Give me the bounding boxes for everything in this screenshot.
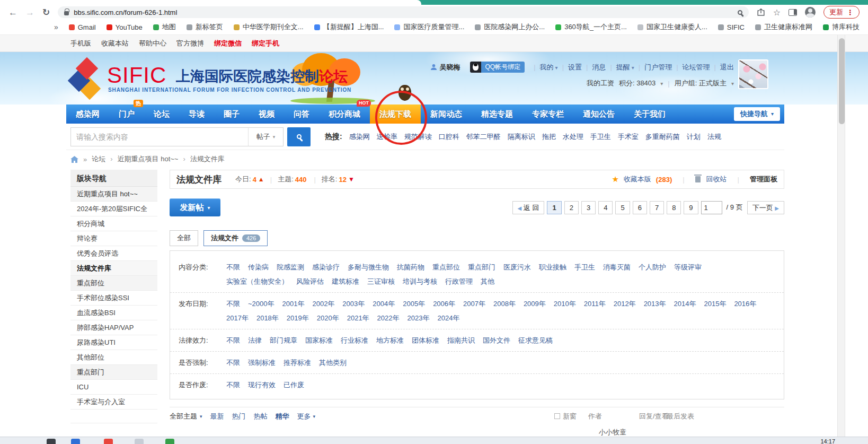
user-menu-item[interactable]: 退出▾ (710, 63, 734, 72)
sidebar-item[interactable]: 积分商城 (70, 216, 157, 231)
nav-item[interactable]: 专家专栏 (522, 105, 573, 124)
search-button[interactable] (287, 127, 311, 146)
search-type-select[interactable]: 帖子▾ (248, 128, 283, 146)
filter-option[interactable]: 部门规章 (270, 333, 297, 347)
filter-option[interactable]: 2007年 (463, 297, 485, 311)
hot-search-term[interactable]: 手卫生 (590, 132, 611, 142)
filter-tab[interactable]: 法规文件426 (203, 230, 268, 246)
bookmark-item[interactable]: Gmail (69, 23, 96, 31)
sort-link[interactable]: 热帖 (254, 412, 268, 421)
filter-option[interactable]: 重点部门 (468, 260, 495, 274)
sidebar-item[interactable]: 肺部感染HAP/VAP (70, 320, 157, 335)
bookmark-label[interactable]: 国家医疗质量管理... (403, 22, 464, 32)
more-dropdown[interactable]: 更多▾ (297, 412, 316, 421)
filter-option[interactable]: 等级评审 (674, 260, 702, 274)
filter-option[interactable]: 2002年 (312, 297, 334, 311)
back-button[interactable]: ◀ 返 回 (512, 201, 545, 214)
filter-option[interactable]: 不限 (226, 297, 240, 311)
sidebar-item[interactable]: 2024年-第20届SIFIC全 (70, 202, 157, 216)
breadcrumb-item[interactable]: 近期重点项目 hot~~ (105, 154, 178, 164)
filter-option[interactable]: 2006年 (433, 297, 455, 311)
filter-option[interactable]: 个人防护 (639, 260, 666, 274)
sidebar-item[interactable]: 血流感染BSI (70, 306, 157, 320)
sidebar-item[interactable]: 近期重点项目 hot~~ (70, 187, 157, 202)
filter-option[interactable]: 风险评估 (296, 274, 324, 289)
utility-link[interactable]: 收藏本站 (101, 39, 129, 48)
filter-option[interactable]: 地方标准 (376, 333, 404, 347)
filter-option[interactable]: 其他类别 (319, 355, 347, 370)
filter-option[interactable]: 2020年 (317, 311, 339, 325)
nav-item[interactable]: 论坛 (144, 105, 179, 124)
bookmark-label[interactable]: 中华医学期刊全文... (243, 22, 304, 32)
filter-option[interactable]: 传染病 (248, 260, 269, 274)
user-menu-item[interactable]: 消息▾ (582, 63, 606, 72)
avatar[interactable] (738, 59, 768, 89)
hot-search-term[interactable]: 邻苯二甲醛 (466, 132, 501, 142)
filter-option[interactable]: 2021年 (347, 311, 369, 325)
taskbar-icon[interactable] (135, 439, 144, 444)
page-number[interactable]: 8 (667, 201, 681, 214)
checkbox-icon[interactable] (554, 413, 560, 419)
bookmark-item[interactable]: 卫生健康标准网 (755, 22, 812, 32)
page-number[interactable]: 5 (615, 201, 630, 214)
sidebar-item[interactable]: 重点部位 (70, 276, 157, 291)
user-group[interactable]: 用户组: 正式版主 (675, 79, 727, 88)
page-number[interactable]: 6 (633, 201, 647, 214)
bookmark-item[interactable]: 360导航_一个主页... (555, 22, 627, 32)
sort-link[interactable]: 最新 (210, 412, 224, 421)
hot-search-term[interactable]: 计划 (687, 132, 701, 142)
filter-option[interactable]: 2022年 (377, 311, 400, 325)
bookmark-star-icon[interactable]: ☆ (773, 7, 781, 18)
page-number[interactable]: 4 (598, 201, 613, 214)
hot-search-term[interactable]: 多重耐药菌 (645, 132, 680, 142)
browser-active-tab[interactable] (0, 0, 421, 5)
filter-option[interactable]: 已作废 (284, 378, 304, 392)
sidebar-item[interactable]: 其他部位 (70, 350, 157, 365)
filter-option[interactable]: 2001年 (282, 297, 305, 311)
filter-option[interactable]: 2024年 (437, 311, 459, 325)
zoom-icon[interactable] (738, 10, 742, 15)
filter-option[interactable]: 手卫生 (574, 260, 595, 274)
profile-icon[interactable] (805, 7, 816, 18)
update-label[interactable]: 更新 (829, 7, 843, 17)
filter-option[interactable]: 2017年 (226, 311, 249, 325)
bookmark-label[interactable]: 360导航_一个主页... (564, 22, 627, 32)
filter-option[interactable]: 重点部位 (432, 260, 460, 274)
update-button[interactable]: 更新 ⋮ (823, 6, 860, 19)
filter-option[interactable]: 抗菌药物 (397, 260, 424, 274)
page-number[interactable]: 7 (650, 201, 664, 214)
filter-option[interactable]: 感染诊疗 (312, 260, 340, 274)
filter-option[interactable]: 三证审核 (367, 274, 395, 289)
hot-search-term[interactable]: 手术室 (618, 132, 639, 142)
sidebar-item[interactable]: 手术室与介入室 (70, 395, 157, 410)
credits[interactable]: 积分: 38403 (619, 79, 656, 88)
page-number[interactable]: 3 (581, 201, 596, 214)
utility-link[interactable]: 绑定手机 (252, 39, 279, 48)
filter-option[interactable]: 国外文件 (483, 333, 510, 347)
bookmark-item[interactable]: 国家医疗质量管理... (394, 22, 464, 32)
user-menu-item[interactable]: 门户管理▾ (634, 63, 672, 72)
sidebar-item[interactable]: 优秀会员评选 (70, 246, 157, 261)
filter-option[interactable]: 消毒灭菌 (603, 260, 631, 274)
bookmark-item[interactable]: 医院感染网上办公... (475, 22, 545, 32)
bookmarks-overflow-icon[interactable]: » (54, 23, 58, 31)
username[interactable]: 吴晓梅 (440, 63, 460, 72)
bookmark-item[interactable]: 博库科技 (823, 22, 860, 32)
nav-item[interactable]: 关于我们 (624, 105, 675, 124)
sidebar-item[interactable]: 辩论赛 (70, 231, 157, 246)
sort-link[interactable]: 热门 (232, 412, 246, 421)
filter-option[interactable]: 现行有效 (248, 378, 276, 392)
scrollbar[interactable] (837, 35, 845, 437)
filter-option[interactable]: 法律 (248, 333, 262, 347)
nav-item[interactable]: 圈子 (214, 105, 249, 124)
bookmark-item[interactable]: 国家卫生健康委人... (637, 22, 707, 32)
filter-option[interactable]: 2015年 (704, 297, 726, 311)
filter-option[interactable]: 建筑标准 (332, 274, 359, 289)
filter-option[interactable]: 2008年 (493, 297, 516, 311)
nav-item[interactable]: 问答 (284, 105, 319, 124)
new-window-toggle[interactable]: 新窗 (554, 412, 577, 421)
nav-item[interactable]: 积分商城HOT (319, 105, 370, 124)
reload-icon[interactable]: ↻ (42, 8, 50, 17)
filter-option[interactable]: 不限 (226, 355, 240, 370)
filter-tab[interactable]: 全部 (170, 230, 198, 246)
